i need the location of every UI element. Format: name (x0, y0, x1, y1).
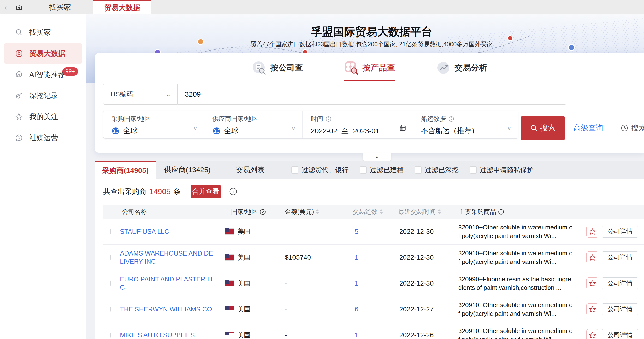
sidebar-item-trade-big-data[interactable]: 贸易大数据 (4, 43, 82, 63)
company-detail-button[interactable]: 公司详情 (602, 329, 638, 339)
column-header-country[interactable]: 国家/地区 (224, 208, 284, 216)
row-checkbox[interactable] (110, 307, 111, 312)
row-actions: 公司详情 (581, 226, 644, 238)
company-link[interactable]: EURO PAINT AND PLASTER LLC (120, 275, 224, 292)
keyword-search-row: HS编码 ⌄ (103, 84, 566, 104)
search-type-select[interactable]: HS编码 ⌄ (103, 84, 178, 104)
tab-suppliers[interactable]: 供应商(13425) (156, 161, 219, 179)
checkbox-label: 过滤已建档 (370, 165, 404, 175)
table-row: MIKE S AUTO SUPPLIES 美国 - 1 2022-12-26 3… (103, 322, 644, 339)
company-link[interactable]: ADAMS WAREHOUSE AND DELIVERY INC (120, 249, 224, 266)
tab-label: 按产品查 (362, 62, 395, 73)
top-tab-find-buyers[interactable]: 找买家 (27, 0, 93, 14)
row-checkbox[interactable] (110, 281, 111, 286)
company-detail-button[interactable]: 公司详情 (602, 252, 638, 264)
company-link[interactable]: MIKE S AUTO SUPPLIES (120, 331, 224, 339)
checkbox-filter-privacy-request[interactable]: 过滤申请隐私保护 (470, 165, 534, 175)
time-range-filter[interactable]: 时间 2022-02 至 2023-01 (302, 111, 412, 138)
row-checkbox[interactable] (110, 333, 111, 338)
buyer-country-filter[interactable]: 采购国家/地区 全球 ∨ (104, 111, 204, 138)
us-flag-icon (225, 332, 234, 338)
company-detail-button[interactable]: 公司详情 (602, 303, 638, 315)
home-button[interactable] (11, 0, 27, 14)
follow-star-button[interactable] (586, 329, 598, 339)
company-detail-button[interactable]: 公司详情 (602, 277, 638, 289)
sidebar-item-find-buyers[interactable]: 找买家 (4, 22, 82, 42)
info-icon (498, 209, 504, 215)
table-row: ADAMS WAREHOUSE AND DELIVERY INC 美国 $105… (103, 245, 644, 271)
tab-transaction-analysis[interactable]: 交易分析 (436, 60, 487, 81)
checkbox-label: 过滤已深挖 (425, 165, 458, 175)
filter-checkbox-group: 过滤货代、银行 过滤已建档 过滤已深挖 过滤申请隐私保护 (291, 161, 534, 179)
company-detail-button[interactable]: 公司详情 (602, 226, 638, 238)
transactions-link[interactable]: 1 (353, 331, 398, 339)
sidebar-item-dig-records[interactable]: 深挖记录 (4, 86, 82, 106)
follow-star-button[interactable] (586, 252, 598, 264)
info-icon[interactable] (229, 187, 237, 196)
search-history-label: 搜索记录 (631, 123, 644, 133)
checkbox-filter-archived[interactable]: 过滤已建档 (360, 165, 404, 175)
sidebar-item-label: AI智能推荐 (29, 70, 65, 80)
column-header-amount[interactable]: 金额(美元) (284, 208, 353, 216)
us-flag-icon (225, 229, 234, 235)
tab-search-by-company[interactable]: 按公司查 (252, 60, 303, 81)
platform-subtitle: 覆盖47个国家进口数据和23国出口数据,包含200个国家, 21亿条贸易数据,4… (92, 40, 644, 48)
tab-search-by-product[interactable]: 按产品查 (344, 60, 395, 81)
supplier-country-filter[interactable]: 供应商国家/地区 全球 ∨ (204, 111, 302, 138)
filter-value: 不含船运（推荐） (421, 126, 479, 136)
tab-transaction-list[interactable]: 交易列表 (219, 161, 282, 179)
chevron-down-icon: ∨ (507, 125, 511, 132)
transactions-link[interactable]: 5 (353, 228, 398, 235)
us-flag-icon (225, 254, 234, 261)
checkbox-filter-deep-dug[interactable]: 过滤已深挖 (414, 165, 458, 175)
globe-icon (112, 127, 120, 135)
products-cell: 320990+Fluorine resin as the basic ingre… (458, 275, 574, 292)
merge-view-button[interactable]: 合并查看 (191, 185, 220, 198)
back-button[interactable]: ‹ (0, 0, 11, 14)
back-chevron-icon: ‹ (4, 3, 7, 12)
amount-cell: - (284, 331, 353, 339)
star-icon (589, 280, 596, 287)
checkbox-icon (291, 166, 298, 174)
advanced-query-link[interactable]: 高级查询 (574, 116, 603, 140)
sidebar-item-label: 找买家 (29, 27, 51, 37)
company-link[interactable]: THE SHERWYN WILLIAMS CO (120, 305, 224, 313)
follow-star-button[interactable] (586, 226, 598, 238)
search-history-link[interactable]: 搜索记录 (621, 116, 644, 140)
checkbox-filter-forwarders-banks[interactable]: 过滤货代、银行 (291, 165, 349, 175)
keyword-input[interactable] (178, 84, 566, 104)
column-header-last-date[interactable]: 最近交易时间 (398, 208, 458, 216)
column-header-transactions[interactable]: 交易笔数 (353, 208, 398, 216)
sidebar-item-my-follows[interactable]: 我的关注 (4, 107, 82, 127)
search-mode-tabs: 按公司查 按产品查 交易分析 (95, 60, 644, 81)
search-button-label: 搜索 (540, 123, 556, 133)
follow-star-button[interactable] (586, 303, 598, 315)
checkbox-label: 过滤申请隐私保护 (480, 165, 534, 175)
table-row: STAUF USA LLC 美国 - 5 2022-12-30 320910+O… (103, 219, 644, 245)
transactions-link[interactable]: 6 (353, 306, 398, 313)
checkbox-icon (360, 166, 367, 174)
company-link[interactable]: STAUF USA LLC (120, 228, 224, 236)
sidebar-item-label: 深挖记录 (29, 91, 58, 101)
amount-cell: $105740 (284, 254, 353, 261)
summary-suffix: 条 (174, 187, 181, 197)
search-button[interactable]: 搜索 (521, 116, 565, 140)
trade-data-icon (15, 49, 23, 57)
tab-label: 按公司查 (270, 62, 303, 73)
row-checkbox[interactable] (110, 255, 111, 260)
sidebar-item-ai-recommend[interactable]: AI AI智能推荐 99+ (4, 64, 82, 85)
row-checkbox[interactable] (110, 229, 111, 234)
collapse-panel-button[interactable]: ▲ (363, 153, 391, 161)
pickaxe-icon (15, 92, 23, 100)
triangle-up-icon: ▲ (375, 155, 379, 159)
follow-star-button[interactable] (586, 277, 598, 289)
top-tab-trade-big-data[interactable]: 贸易大数据 (93, 0, 151, 14)
filter-label: 时间 (311, 115, 323, 123)
transactions-link[interactable]: 1 (353, 254, 398, 261)
transactions-link[interactable]: 1 (353, 280, 398, 287)
star-icon (589, 332, 596, 339)
sidebar-item-social-media[interactable]: 社媒运营 (4, 128, 82, 148)
tab-buyers[interactable]: 采购商(14905) (95, 161, 156, 179)
shipping-data-filter[interactable]: 船运数据 不含船运（推荐） ∨ (413, 111, 518, 138)
amount-cell: - (284, 228, 353, 235)
